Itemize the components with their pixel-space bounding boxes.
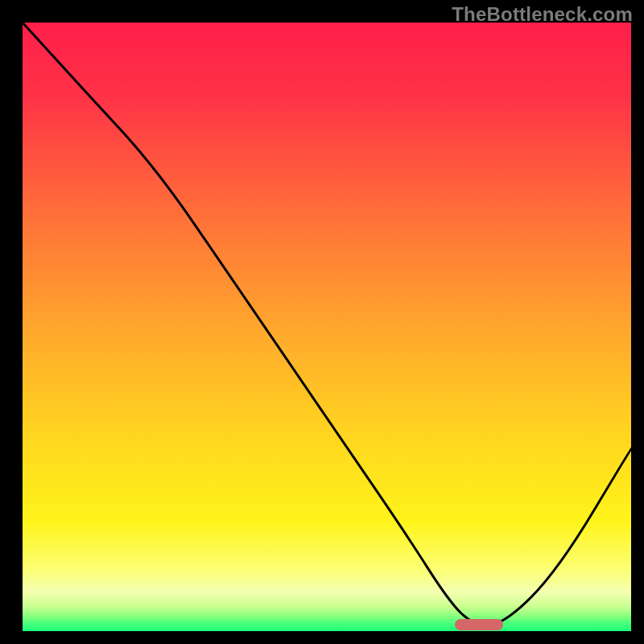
plot-area: [23, 23, 631, 631]
optimal-marker: [455, 619, 503, 630]
outer-frame: TheBottleneck.com: [0, 0, 644, 644]
bottleneck-curve: [23, 23, 631, 631]
